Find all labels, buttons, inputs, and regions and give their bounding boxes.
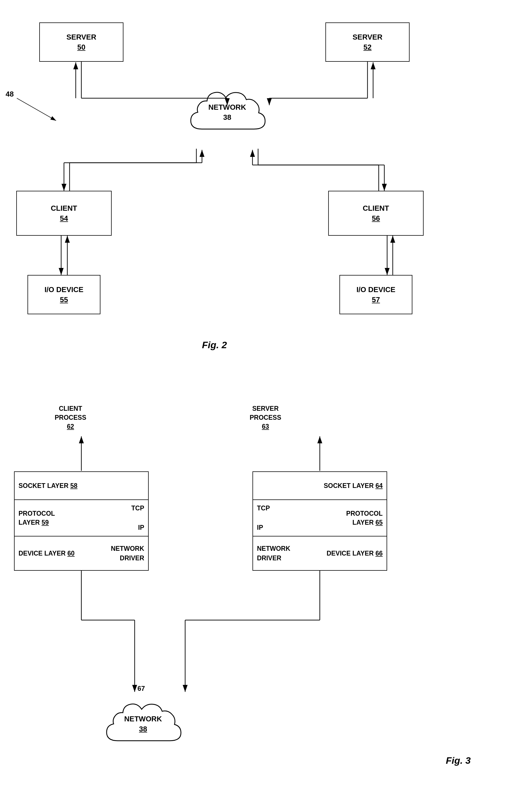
protocol-layer-65-row: TCPIP PROTOCOLLAYER 65 xyxy=(253,500,387,536)
device-layer-60-row: DEVICE LAYER 60 NETWORKDRIVER xyxy=(14,536,148,570)
protocol-layer-59-row: PROTOCOLLAYER 59 TCPIP xyxy=(14,500,148,536)
server50-title: SERVER xyxy=(66,32,96,42)
right-stack: SOCKET LAYER 64 TCPIP PROTOCOLLAYER 65 N… xyxy=(252,471,387,571)
network38-fig2-ref: 38 xyxy=(208,112,246,122)
server52-ref: 52 xyxy=(364,42,372,52)
server-process-label: SERVER PROCESS 63 xyxy=(250,404,281,431)
client56-ref: 56 xyxy=(372,213,380,223)
io57-ref: 57 xyxy=(372,295,380,305)
socket-layer-58-row: SOCKET LAYER 58 xyxy=(14,472,148,500)
label-48: 48 xyxy=(6,90,14,98)
client-process-label: CLIENT PROCESS 62 xyxy=(55,404,86,431)
fig3-label: Fig. 3 xyxy=(446,755,471,766)
device-layer-60-right: NETWORKDRIVER xyxy=(111,544,144,563)
client56-box: CLIENT 56 xyxy=(328,191,424,236)
client54-box: CLIENT 54 xyxy=(16,191,112,236)
client-process-subtitle: PROCESS xyxy=(55,413,86,422)
protocol-layer-65-label: PROTOCOLLAYER 65 xyxy=(342,506,387,530)
io57-box: I/O DEVICE 57 xyxy=(339,275,412,314)
svg-line-26 xyxy=(17,98,56,121)
network38-fig3-ref: 38 xyxy=(124,724,162,734)
client54-ref: 54 xyxy=(60,213,68,223)
server-process-subtitle: PROCESS xyxy=(250,413,281,422)
device-layer-66-label: DEVICE LAYER 66 xyxy=(323,546,387,560)
server52-title: SERVER xyxy=(353,32,382,42)
fig2-label: Fig. 2 xyxy=(202,340,227,350)
network38-fig3-title: NETWORK xyxy=(124,714,162,724)
fig2-diagram: 48 SERVER 50 SERVER 52 NETWORK 38 xyxy=(0,11,510,365)
server52-box: SERVER 52 xyxy=(325,23,410,62)
server50-ref: 50 xyxy=(78,42,86,52)
server50-box: SERVER 50 xyxy=(39,23,123,62)
network38-fig3-label: NETWORK 38 xyxy=(124,714,162,734)
fig3-diagram: CLIENT PROCESS 62 SERVER PROCESS 63 SOCK… xyxy=(0,382,510,783)
socket-layer-64-label: SOCKET LAYER 64 xyxy=(320,478,387,493)
label-67: 67 xyxy=(138,685,145,693)
network38-fig3: NETWORK 38 xyxy=(90,690,197,758)
client56-title: CLIENT xyxy=(363,203,389,213)
socket-layer-64-row: SOCKET LAYER 64 xyxy=(253,472,387,500)
cloud-shape-fig2: NETWORK 38 xyxy=(182,81,272,143)
device-layer-60-label: DEVICE LAYER 60 xyxy=(14,546,79,560)
protocol-layer-59-right: TCPIP xyxy=(131,503,144,532)
client54-title: CLIENT xyxy=(51,203,77,213)
device-layer-66-left: NETWORKDRIVER xyxy=(257,544,290,563)
network38-fig2-label: NETWORK 38 xyxy=(208,102,246,123)
io55-box: I/O DEVICE 55 xyxy=(28,275,100,314)
fig3-arrows xyxy=(0,382,510,783)
network38-fig2-title: NETWORK xyxy=(208,102,246,112)
server-process-ref: 63 xyxy=(250,422,281,431)
socket-layer-58-label: SOCKET LAYER 58 xyxy=(14,478,81,493)
protocol-layer-65-left: TCPIP xyxy=(257,503,270,532)
io55-title: I/O DEVICE xyxy=(44,285,84,295)
server-process-title: SERVER xyxy=(250,404,281,413)
cloud-shape-fig3: NETWORK 38 xyxy=(98,693,188,755)
left-stack: SOCKET LAYER 58 PROTOCOLLAYER 59 TCPIP D… xyxy=(14,471,149,571)
client-process-ref: 62 xyxy=(55,422,86,431)
protocol-layer-59-label: PROTOCOLLAYER 59 xyxy=(14,506,59,530)
io55-ref: 55 xyxy=(60,295,68,305)
client-process-title: CLIENT xyxy=(55,404,86,413)
network38-fig2: NETWORK 38 xyxy=(174,73,280,151)
io57-title: I/O DEVICE xyxy=(357,285,395,295)
device-layer-66-row: NETWORKDRIVER DEVICE LAYER 66 xyxy=(253,536,387,570)
